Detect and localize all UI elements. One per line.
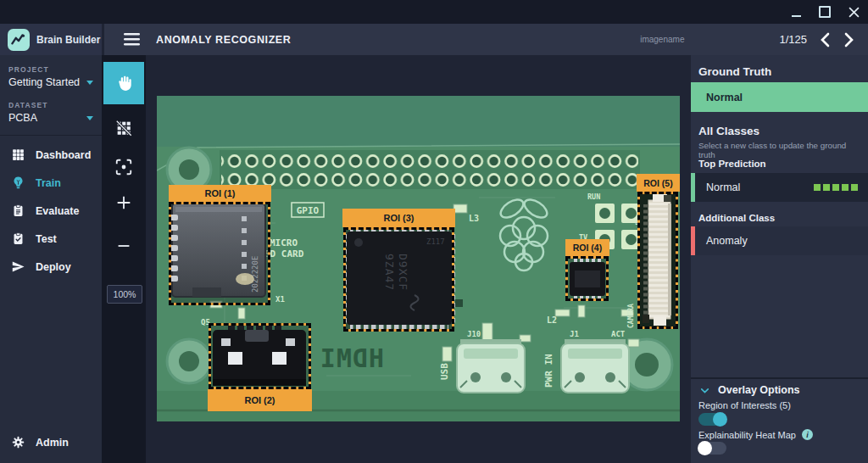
hand-icon xyxy=(114,74,133,92)
class-name: Anomaly xyxy=(706,235,748,247)
class-row-normal[interactable]: Normal xyxy=(691,173,868,202)
clipboard-icon xyxy=(11,204,25,218)
svg-text:RUN: RUN xyxy=(587,192,600,201)
class-color-bar xyxy=(691,173,695,202)
grid-slash-icon xyxy=(114,119,133,137)
app-window: Brain Builder ANOMALY RECOGNIZER imagena… xyxy=(0,0,868,463)
send-icon xyxy=(11,259,25,274)
sidebar-item-test[interactable]: Test xyxy=(0,225,102,253)
roi-label-1: ROI (1) xyxy=(169,185,271,202)
maximize-icon xyxy=(819,6,831,18)
svg-text:CAMERA: CAMERA xyxy=(627,304,635,328)
gear-icon xyxy=(11,435,25,449)
zoom-out-button[interactable] xyxy=(103,227,144,265)
svg-text:SD CARD: SD CARD xyxy=(264,248,304,259)
overlay-options-header[interactable]: Overlay Options xyxy=(699,384,800,396)
info-icon[interactable] xyxy=(802,429,813,440)
roi-label-4: ROI (4) xyxy=(565,239,609,256)
maximize-button[interactable] xyxy=(817,4,832,20)
app-brand[interactable]: Brain Builder xyxy=(0,24,102,55)
sidebar-item-dashboard[interactable]: Dashboard xyxy=(0,141,102,169)
pagination-counter: 1/125 xyxy=(779,33,807,46)
sidebar-item-label: Train xyxy=(36,177,61,189)
usb-port xyxy=(457,339,525,393)
sidebar-item-deploy[interactable]: Deploy xyxy=(0,253,102,281)
heatmap-toggle[interactable] xyxy=(698,442,726,455)
sidebar-item-label: Deploy xyxy=(36,261,71,273)
image-name-label: imagename xyxy=(640,35,684,44)
svg-text:L3: L3 xyxy=(469,214,479,223)
sidebar-item-train[interactable]: Train xyxy=(0,169,102,197)
toggle-knob xyxy=(698,441,712,455)
heatmap-grid-tool-button[interactable] xyxy=(103,109,144,147)
image-canvas[interactable]: GPIO MICRO SD CARD L3 L2 Q5 X1 J12 J10 J… xyxy=(146,55,691,463)
svg-text:MICRO: MICRO xyxy=(270,237,298,248)
sidebar-item-label: Admin xyxy=(36,437,69,449)
roi-region-4[interactable] xyxy=(565,256,609,301)
roi-label-3: ROI (3) xyxy=(342,209,455,227)
close-button[interactable] xyxy=(846,4,861,20)
zoom-level-indicator: 100% xyxy=(107,285,142,304)
all-classes-title: All Classes xyxy=(698,125,760,137)
sidebar-item-label: Dashboard xyxy=(36,149,91,161)
menu-button[interactable] xyxy=(124,33,140,46)
ground-truth-class: Normal xyxy=(706,92,743,103)
topbar: ANOMALY RECOGNIZER imagename 1/125 xyxy=(104,24,868,55)
page-title: ANOMALY RECOGNIZER xyxy=(156,34,291,46)
additional-class-label: Additional Class xyxy=(698,213,775,223)
center-focus-tool-button[interactable] xyxy=(103,148,144,186)
svg-text:J1: J1 xyxy=(570,330,579,338)
class-color-bar xyxy=(691,226,695,255)
sidebar-item-evaluate[interactable]: Evaluate xyxy=(0,197,102,225)
sidebar-item-admin[interactable]: Admin xyxy=(0,428,113,456)
dashboard-grid-icon xyxy=(11,148,25,162)
toggle-knob xyxy=(713,412,727,427)
heatmap-toggle-label: Explainability Heat Map xyxy=(698,430,796,440)
ground-truth-title: Ground Truth xyxy=(698,65,771,78)
project-value: Getting Started xyxy=(8,76,80,88)
roi-region-3[interactable] xyxy=(343,227,454,332)
hand-tool-button[interactable] xyxy=(103,62,144,104)
sidebar-item-label: Test xyxy=(36,233,57,245)
class-name: Normal xyxy=(706,181,740,193)
minimize-icon xyxy=(792,15,801,17)
canvas-toolbar: 100% xyxy=(102,55,146,463)
minus-icon xyxy=(114,237,133,255)
roi-toggle[interactable] xyxy=(698,413,726,426)
lightbulb-icon xyxy=(11,176,25,190)
minimize-button[interactable] xyxy=(788,4,804,20)
svg-text:ACT: ACT xyxy=(611,330,626,338)
clipboard-check-icon xyxy=(11,232,25,246)
overlay-options-title: Overlay Options xyxy=(718,384,800,396)
power-port xyxy=(561,339,629,393)
all-classes-subtitle: Select a new class to update the ground … xyxy=(698,141,865,159)
svg-text:X1: X1 xyxy=(275,295,285,304)
gpio-header xyxy=(220,150,640,189)
svg-text:L2: L2 xyxy=(547,315,557,325)
project-selector[interactable]: PROJECT Getting Started xyxy=(0,55,102,88)
next-image-button[interactable] xyxy=(843,32,854,47)
roi-region-1[interactable] xyxy=(169,202,270,305)
prev-image-button[interactable] xyxy=(820,32,831,47)
sidebar-item-label: Evaluate xyxy=(36,205,79,217)
dataset-selector[interactable]: DATASET PCBA xyxy=(0,88,102,124)
dataset-label: DATASET xyxy=(8,101,93,109)
panel-divider xyxy=(691,377,868,379)
window-titlebar xyxy=(0,0,868,24)
sidebar: PROJECT Getting Started DATASET PCBA Das… xyxy=(0,55,102,463)
roi-region-5[interactable] xyxy=(637,192,678,329)
zoom-in-button[interactable] xyxy=(103,184,144,221)
class-row-anomaly[interactable]: Anomaly xyxy=(691,226,868,255)
plus-icon xyxy=(114,193,133,212)
chevron-right-icon xyxy=(843,32,854,47)
roi-toggle-label: Region of Interests (5) xyxy=(698,400,791,410)
roi-region-2[interactable] xyxy=(209,323,311,389)
sidebar-divider xyxy=(0,135,102,136)
center-focus-icon xyxy=(114,158,133,176)
app-logo-icon xyxy=(8,29,30,51)
ground-truth-value[interactable]: Normal xyxy=(691,82,868,112)
hamburger-icon xyxy=(124,33,140,46)
app-name: Brain Builder xyxy=(36,34,100,46)
project-label: PROJECT xyxy=(8,65,93,74)
window-controls xyxy=(788,0,861,24)
